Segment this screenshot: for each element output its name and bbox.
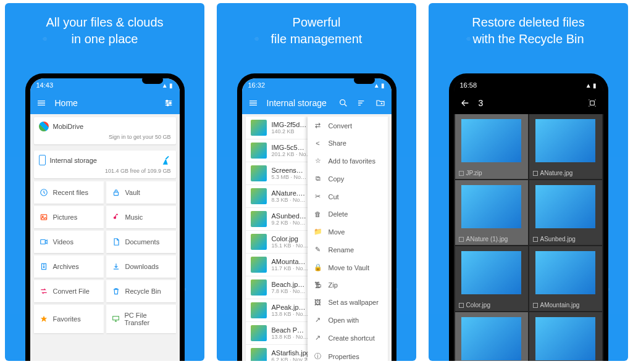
download-icon xyxy=(112,262,120,271)
thumbnail xyxy=(461,185,521,228)
menu-copy[interactable]: ⧉Copy xyxy=(308,170,388,188)
panel-recycle: Restore deleted fileswith the Recycle Bi… xyxy=(429,3,628,361)
menu-label: Cut xyxy=(329,193,339,201)
image-icon xyxy=(40,213,48,221)
file-meta: 13.8 KB · No… xyxy=(272,311,309,317)
tile-convert-file[interactable]: Convert File xyxy=(34,280,104,302)
menu-label: Share xyxy=(329,139,346,147)
file-type-icon xyxy=(459,171,464,176)
pc-icon xyxy=(112,315,120,323)
menu-move-vault[interactable]: 🔒Move to Vault xyxy=(308,259,388,276)
search-icon[interactable] xyxy=(338,98,348,108)
tile-label: Pictures xyxy=(53,213,78,221)
tile-archives[interactable]: Archives xyxy=(34,255,104,278)
file-meta: 201.2 KB · No… xyxy=(272,151,312,157)
menu-label: Convert xyxy=(329,122,353,130)
app-bar: Internal storage xyxy=(242,92,392,114)
clock-icon xyxy=(40,188,48,197)
menu-rename[interactable]: ✎Rename xyxy=(308,241,388,259)
tile-label: Recent files xyxy=(53,189,88,196)
internal-storage-card[interactable]: Internal storage 101.4 GB free of 109.9 … xyxy=(34,151,176,178)
phone-icon xyxy=(39,155,46,165)
tile-downloads[interactable]: Downloads xyxy=(106,255,176,278)
tuner-icon[interactable] xyxy=(164,98,174,108)
app-bar: Home xyxy=(30,92,180,114)
cut-icon: ✂ xyxy=(314,192,322,201)
svg-rect-7 xyxy=(40,240,45,244)
tile-vault[interactable]: Vault xyxy=(106,181,176,204)
file-name: Screens… xyxy=(272,167,307,174)
move-icon: 📁 xyxy=(314,228,322,236)
svg-point-1 xyxy=(169,102,171,104)
clean-icon[interactable] xyxy=(161,155,171,165)
app-bar: 3 xyxy=(454,92,603,114)
gallery-item[interactable]: AMountain (1).jpg xyxy=(455,312,528,361)
properties-icon: ⓘ xyxy=(314,352,322,361)
gallery-item[interactable]: JP.zip xyxy=(455,114,528,179)
menu-add-favorites[interactable]: ☆Add to favorites xyxy=(308,152,388,170)
thumbnail xyxy=(251,211,267,227)
file-name: AMounta… xyxy=(272,258,309,265)
status-icons: ▲ ▮ xyxy=(585,82,597,89)
svg-point-10 xyxy=(340,100,345,105)
back-icon[interactable] xyxy=(460,98,470,108)
gallery-item[interactable]: ANature (1).jpg xyxy=(455,180,528,245)
new-folder-icon[interactable] xyxy=(375,98,385,108)
menu-label: Add to favorites xyxy=(329,157,375,165)
file-label: Color.jpg xyxy=(466,302,490,308)
gallery-item[interactable]: Color.jpg xyxy=(455,246,528,311)
svg-rect-9 xyxy=(112,316,119,320)
file-name: IMG-2f5d… xyxy=(272,121,307,128)
tile-music[interactable]: Music xyxy=(106,206,176,228)
hamburger-icon[interactable] xyxy=(36,98,46,108)
tile-label: Vault xyxy=(125,189,140,196)
sort-icon[interactable] xyxy=(357,98,367,108)
menu-create-shortcut[interactable]: ↗Create shortcut xyxy=(308,329,388,347)
mobidrive-card[interactable]: MobiDrive Sign in to get your 50 GB xyxy=(34,117,176,144)
set-wallpaper-icon: 🖼 xyxy=(314,299,322,306)
thumbnail xyxy=(251,348,267,361)
menu-cut[interactable]: ✂Cut xyxy=(308,188,388,205)
menu-delete[interactable]: 🗑Delete xyxy=(308,205,388,223)
menu-move[interactable]: 📁Move xyxy=(308,223,388,241)
share-icon: < xyxy=(314,139,322,147)
doc-icon xyxy=(112,238,120,246)
menu-label: Copy xyxy=(329,175,345,183)
svg-point-0 xyxy=(166,100,168,102)
file-meta: 140.2 KB xyxy=(272,128,307,134)
gallery-item[interactable]: Beach.jpg xyxy=(529,312,602,361)
menu-convert[interactable]: ⇄Convert xyxy=(308,117,388,134)
selection-count: 3 xyxy=(479,98,579,108)
select-all-icon[interactable] xyxy=(587,98,597,108)
lock-icon xyxy=(112,188,120,197)
file-label: ANature (1).jpg xyxy=(466,236,508,242)
menu-share[interactable]: <Share xyxy=(308,134,388,152)
tile-documents[interactable]: Documents xyxy=(106,231,176,253)
tile-recycle-bin[interactable]: Recycle Bin xyxy=(106,280,176,302)
tile-recent-files[interactable]: Recent files xyxy=(34,181,104,204)
thumbnail xyxy=(461,119,521,162)
file-meta: 11.7 KB · No… xyxy=(272,265,309,271)
tile-videos[interactable]: Videos xyxy=(34,231,104,253)
zip-icon: 🗜 xyxy=(314,281,322,289)
file-meta: 13.8 KB · No… xyxy=(272,334,309,340)
menu-set-wallpaper[interactable]: 🖼Set as wallpaper xyxy=(308,294,388,311)
menu-label: Rename xyxy=(329,246,354,254)
tile-favorites[interactable]: Favorites xyxy=(34,305,104,333)
gallery-item[interactable]: ASunbed.jpg xyxy=(529,180,602,245)
tile-pc-file-transfer[interactable]: PC File Transfer xyxy=(106,305,176,333)
menu-zip[interactable]: 🗜Zip xyxy=(308,276,388,294)
gallery-item[interactable]: ANature.jpg xyxy=(529,114,602,179)
delete-icon: 🗑 xyxy=(314,210,322,218)
tile-label: Videos xyxy=(53,238,73,246)
thumbnail xyxy=(461,251,521,294)
tile-pictures[interactable]: Pictures xyxy=(34,206,104,228)
headline: Powerfulfile management xyxy=(217,3,416,51)
gallery-item[interactable]: AMountain.jpg xyxy=(529,246,602,311)
headline: Restore deleted fileswith the Recycle Bi… xyxy=(429,3,628,51)
menu-properties[interactable]: ⓘProperties xyxy=(308,347,388,361)
menu-label: Delete xyxy=(329,210,348,218)
app-title: Home xyxy=(55,98,155,108)
menu-open-with[interactable]: ↗Open with xyxy=(308,311,388,329)
hamburger-icon[interactable] xyxy=(248,98,258,108)
